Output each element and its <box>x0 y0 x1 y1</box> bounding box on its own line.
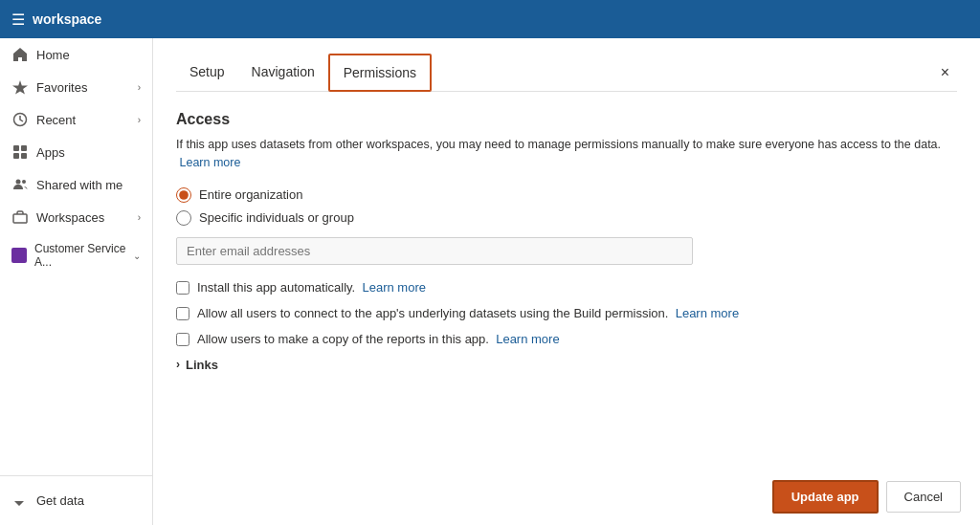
main-layout: Home Favorites › Recent › Ap <box>0 38 980 525</box>
get-data-label: Get data <box>36 493 84 508</box>
sidebar-item-apps[interactable]: Apps <box>0 136 152 168</box>
sidebar-item-label-workspaces: Workspaces <box>36 210 104 225</box>
sidebar-item-home[interactable]: Home <box>0 38 152 71</box>
checkbox-allow-build: Allow all users to connect to the app's … <box>176 306 957 320</box>
update-app-button[interactable]: Update app <box>772 480 879 514</box>
people-icon <box>11 177 29 192</box>
hamburger-icon[interactable]: ☰ <box>11 11 25 29</box>
sidebar-item-label-customer: Customer Service A... <box>34 242 133 269</box>
radio-entire-org-label: Entire organization <box>199 187 302 202</box>
sidebar: Home Favorites › Recent › Ap <box>0 38 153 525</box>
chevron-right-icon-workspaces: › <box>138 212 141 223</box>
links-section[interactable]: › Links <box>176 358 957 372</box>
access-section: Access If this app uses datasets from ot… <box>176 111 957 372</box>
tab-setup[interactable]: Setup <box>176 55 238 91</box>
checkbox-allow-build-input[interactable] <box>176 307 189 320</box>
sidebar-item-label-recent: Recent <box>36 113 76 127</box>
bottom-bar: Update app Cancel <box>753 469 980 525</box>
learn-more-install[interactable]: Learn more <box>362 280 425 295</box>
svg-rect-3 <box>13 153 19 159</box>
tabs: Setup Navigation Permissions × <box>176 54 957 92</box>
radio-specific-individuals[interactable]: Specific individuals or group <box>176 210 957 226</box>
checkbox-allow-build-label: Allow all users to connect to the app's … <box>197 306 739 320</box>
sidebar-nav: Home Favorites › Recent › Ap <box>0 38 152 277</box>
get-data-icon <box>11 492 29 510</box>
learn-more-copy[interactable]: Learn more <box>496 332 559 346</box>
chevron-down-icon-customer: ⌄ <box>133 251 141 261</box>
sidebar-item-customer[interactable]: Customer Service A... ⌄ <box>0 233 152 277</box>
close-button[interactable]: × <box>933 60 957 85</box>
tab-permissions[interactable]: Permissions <box>328 54 432 92</box>
chevron-right-links-icon: › <box>176 358 180 371</box>
topbar: ☰ workspace <box>0 0 980 38</box>
content-panel: Setup Navigation Permissions × Access If… <box>153 38 980 525</box>
radio-entire-org-input[interactable] <box>176 187 191 203</box>
home-icon <box>11 47 29 62</box>
svg-rect-1 <box>13 145 19 151</box>
clock-icon <box>11 112 29 127</box>
sidebar-item-label-favorites: Favorites <box>36 80 87 95</box>
get-data-item[interactable]: Get data <box>11 484 141 517</box>
checkbox-allow-copy-input[interactable] <box>176 333 189 346</box>
briefcase-icon <box>11 209 29 225</box>
svg-rect-2 <box>21 145 27 151</box>
svg-rect-4 <box>21 153 27 159</box>
sidebar-item-label-shared: Shared with me <box>36 178 122 192</box>
access-description: If this app uses datasets from other wor… <box>176 136 957 172</box>
tab-navigation[interactable]: Navigation <box>238 55 328 91</box>
star-icon <box>11 79 29 95</box>
chevron-right-icon-recent: › <box>138 115 141 125</box>
checkbox-allow-copy-label: Allow users to make a copy of the report… <box>197 332 560 346</box>
topbar-title: workspace <box>33 11 101 27</box>
sidebar-item-shared[interactable]: Shared with me <box>0 168 152 201</box>
cancel-button[interactable]: Cancel <box>886 481 961 513</box>
email-input[interactable] <box>176 237 693 265</box>
sidebar-item-recent[interactable]: Recent › <box>0 103 152 136</box>
radio-group: Entire organization Specific individuals… <box>176 187 957 226</box>
svg-rect-7 <box>13 214 27 223</box>
learn-more-build[interactable]: Learn more <box>676 306 739 320</box>
checkbox-install-auto-label: Install this app automatically. Learn mo… <box>197 280 426 295</box>
access-title: Access <box>176 111 957 128</box>
svg-point-6 <box>22 180 26 184</box>
workspace-purple-icon <box>11 248 27 263</box>
sidebar-item-label-home: Home <box>36 48 70 62</box>
links-label: Links <box>186 358 218 372</box>
radio-entire-org[interactable]: Entire organization <box>176 187 957 203</box>
panel: Setup Navigation Permissions × Access If… <box>153 38 980 387</box>
checkbox-allow-copy: Allow users to make a copy of the report… <box>176 332 957 346</box>
apps-icon <box>11 144 29 160</box>
sidebar-item-label-apps: Apps <box>36 145 65 160</box>
checkbox-install-auto: Install this app automatically. Learn mo… <box>176 280 957 295</box>
sidebar-bottom: Get data <box>0 475 152 525</box>
chevron-right-icon: › <box>138 82 141 93</box>
sidebar-item-favorites[interactable]: Favorites › <box>0 71 152 103</box>
svg-point-5 <box>16 180 21 185</box>
sidebar-item-workspaces[interactable]: Workspaces › <box>0 201 152 233</box>
checkbox-install-auto-input[interactable] <box>176 281 189 295</box>
radio-specific-individuals-input[interactable] <box>176 210 191 226</box>
learn-more-link-1[interactable]: Learn more <box>179 156 240 169</box>
radio-specific-label: Specific individuals or group <box>199 210 354 225</box>
